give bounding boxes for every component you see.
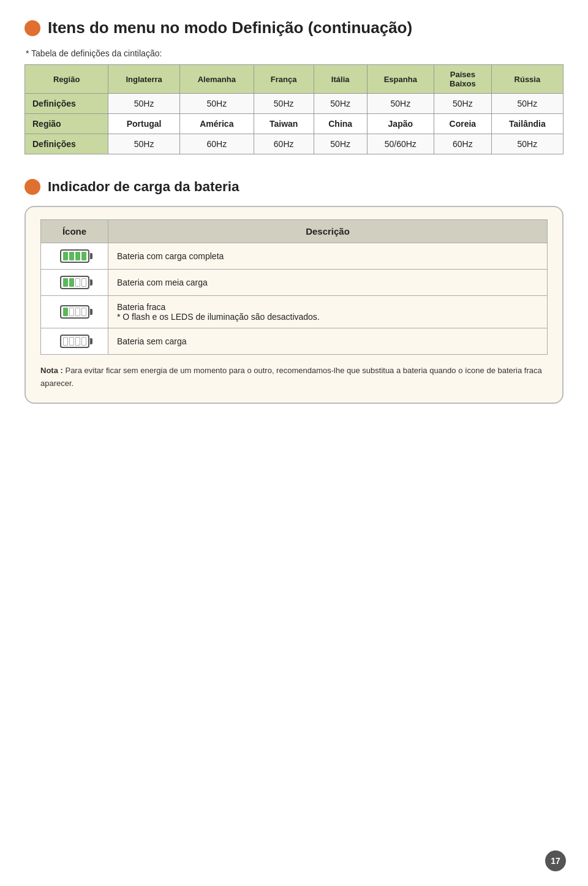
battery-desc-half: Bateria com meia carga — [108, 270, 548, 296]
full-battery-icon — [60, 249, 89, 263]
col-taiwan: Taiwan — [254, 114, 314, 134]
col-inglaterra: Inglaterra — [108, 65, 180, 94]
section2-title: Indicador de carga da bateria — [48, 179, 239, 195]
table-header-row2: Região Portugal América Taiwan China Jap… — [25, 114, 564, 134]
cell-cor-def: 60Hz — [434, 134, 491, 154]
half-battery-icon — [60, 276, 89, 289]
battery-desc-low: Bateria fraca* O flash e os LEDS de ilum… — [108, 296, 548, 328]
cell-tai2-def: 50Hz — [491, 134, 563, 154]
col-portugal: Portugal — [108, 114, 180, 134]
battery-icon-half — [41, 270, 108, 296]
cell-ing-def: 50Hz — [108, 94, 180, 114]
col-regiao2: Região — [25, 114, 108, 134]
table-row-def1: Definições 50Hz 50Hz 50Hz 50Hz 50Hz 50Hz… — [25, 94, 564, 114]
col-japao: Japão — [367, 114, 434, 134]
battery-row-full: Bateria com carga completa — [41, 243, 548, 270]
cell-jap-def: 50/60Hz — [367, 134, 434, 154]
col-italia: Itália — [314, 65, 367, 94]
col-alemanha: Alemanha — [179, 65, 254, 94]
col-regiao1: Região — [25, 65, 108, 94]
cell-rus-def: 50Hz — [491, 94, 563, 114]
section1-subtitle: * Tabela de definições da cintilação: — [26, 48, 564, 58]
section2-heading-container: Indicador de carga da bateria — [24, 179, 564, 195]
cell-ale-def: 50Hz — [179, 94, 254, 114]
col-coreia: Coreia — [434, 114, 491, 134]
flicker-table: Região Inglaterra Alemanha França Itália… — [24, 64, 564, 154]
battery-icon-low — [41, 296, 108, 328]
col-franca: França — [254, 65, 314, 94]
battery-col-icon-header: Ícone — [41, 220, 108, 243]
battery-box: Ícone Descrição Bateria com — [24, 206, 564, 404]
table-row-def2: Definições 50Hz 60Hz 60Hz 50Hz 50/60Hz 6… — [25, 134, 564, 154]
row-label-definicoes2: Definições — [25, 134, 108, 154]
nota-text: Nota : Para evitar ficar sem energia de … — [40, 365, 548, 390]
cell-tai-def: 60Hz — [254, 134, 314, 154]
battery-table: Ícone Descrição Bateria com — [40, 219, 548, 355]
battery-header-row: Ícone Descrição — [41, 220, 548, 243]
orange-bullet2-icon — [24, 179, 40, 195]
battery-row-empty: Bateria sem carga — [41, 328, 548, 355]
battery-desc-empty: Bateria sem carga — [108, 328, 548, 355]
col-china: China — [314, 114, 367, 134]
orange-bullet-icon — [24, 20, 40, 36]
cell-ita-def: 50Hz — [314, 94, 367, 114]
battery-icon-full — [41, 243, 108, 270]
battery-desc-full: Bateria com carga completa — [108, 243, 548, 270]
cell-pb-def: 50Hz — [434, 94, 491, 114]
cell-por-def: 50Hz — [108, 134, 180, 154]
col-russia: Rússia — [491, 65, 563, 94]
cell-ame-def: 60Hz — [179, 134, 254, 154]
battery-icon-empty — [41, 328, 108, 355]
col-paises-baixos: PaísesBaixos — [434, 65, 491, 94]
cell-esp-def: 50Hz — [367, 94, 434, 114]
section1-heading-container: Itens do menu no modo Definição (continu… — [24, 18, 564, 37]
table-header-row1: Região Inglaterra Alemanha França Itália… — [25, 65, 564, 94]
battery-row-half: Bateria com meia carga — [41, 270, 548, 296]
page-number: 17 — [545, 850, 566, 871]
empty-battery-icon — [60, 335, 89, 348]
battery-col-desc-header: Descrição — [108, 220, 548, 243]
battery-row-low: Bateria fraca* O flash e os LEDS de ilum… — [41, 296, 548, 328]
col-america: América — [179, 114, 254, 134]
section1-title: Itens do menu no modo Definição (continu… — [48, 18, 412, 37]
row-label-definicoes1: Definições — [25, 94, 108, 114]
col-tailandia: Tailândia — [491, 114, 563, 134]
cell-chi-def: 50Hz — [314, 134, 367, 154]
cell-fra-def: 50Hz — [254, 94, 314, 114]
col-espanha: Espanha — [367, 65, 434, 94]
low-battery-icon — [60, 305, 89, 319]
